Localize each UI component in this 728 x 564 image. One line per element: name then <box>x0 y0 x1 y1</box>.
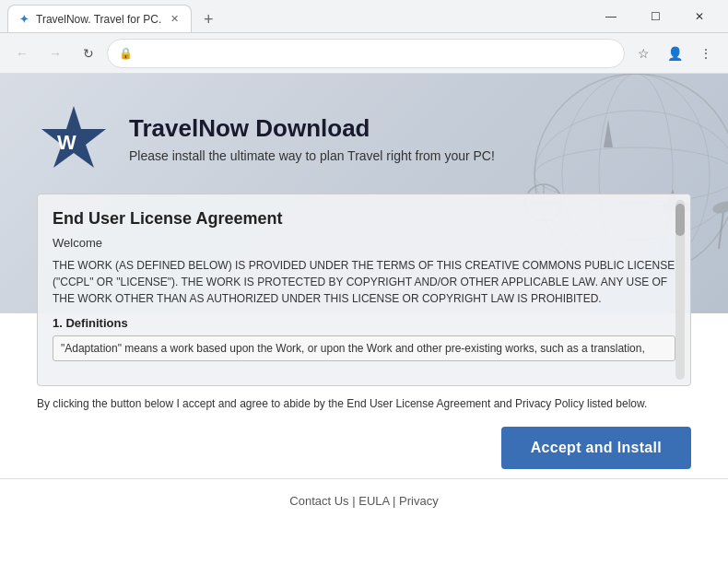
menu-button[interactable]: ⋮ <box>691 39 721 68</box>
eula-scrollbar-thumb[interactable] <box>675 204 685 236</box>
close-window-button[interactable]: ✕ <box>678 3 721 30</box>
tab-close-button[interactable]: ✕ <box>167 12 182 27</box>
eula-container: End User License Agreement Welcome THE W… <box>37 194 691 386</box>
maximize-button[interactable]: ☐ <box>634 3 676 30</box>
navigation-bar: ← → ↻ 🔒 ☆ 👤 ⋮ <box>0 33 728 74</box>
consent-text: By clicking the button below I accept an… <box>37 395 691 412</box>
profile-button[interactable]: 👤 <box>660 39 689 68</box>
active-tab[interactable]: ✦ TravelNow. Travel for PC. ✕ <box>7 5 192 32</box>
page-footer: Contact Us | EULA | Privacy <box>0 478 728 523</box>
page-subtitle: Please install the ultimate way to plan … <box>129 148 495 163</box>
address-bar[interactable]: 🔒 <box>107 39 625 68</box>
title-bar: ✦ TravelNow. Travel for PC. ✕ + — ☐ ✕ <box>0 0 728 33</box>
eula-definition-text: "Adaptation" means a work based upon the… <box>53 335 675 361</box>
logo: W <box>37 101 111 175</box>
eula-welcome: Welcome <box>53 236 675 250</box>
tab-area: ✦ TravelNow. Travel for PC. ✕ + <box>7 0 590 32</box>
page-background: W TravelNow Download Please install the … <box>0 74 728 564</box>
svg-point-13 <box>711 199 728 216</box>
eula-body-text: THE WORK (AS DEFINED BELOW) IS PROVIDED … <box>53 257 675 307</box>
eula-section-title: 1. Definitions <box>53 316 675 330</box>
tab-favicon: ✦ <box>18 13 30 26</box>
window-controls: — ☐ ✕ <box>590 3 721 30</box>
lock-icon: 🔒 <box>119 47 133 60</box>
nav-actions: ☆ 👤 ⋮ <box>628 39 721 68</box>
bookmark-button[interactable]: ☆ <box>628 39 658 68</box>
new-tab-button[interactable]: + <box>195 6 221 32</box>
page-title: TravelNow Download <box>129 114 495 143</box>
browser-content: W TravelNow Download Please install the … <box>0 74 728 564</box>
page-header: W TravelNow Download Please install the … <box>0 74 728 194</box>
footer-links: Contact Us | EULA | Privacy <box>289 494 438 508</box>
refresh-button[interactable]: ↻ <box>74 39 103 68</box>
accept-install-button[interactable]: Accept and Install <box>501 427 691 469</box>
tab-title: TravelNow. Travel for PC. <box>36 13 161 26</box>
header-text: TravelNow Download Please install the ul… <box>129 114 495 163</box>
minimize-button[interactable]: — <box>590 3 632 30</box>
forward-button[interactable]: → <box>41 39 70 68</box>
svg-line-12 <box>719 212 723 249</box>
back-button[interactable]: ← <box>7 39 37 68</box>
accept-button-area: Accept and Install <box>37 427 691 469</box>
eula-scrollbar-track[interactable] <box>675 200 685 380</box>
eula-title: End User License Agreement <box>53 209 675 229</box>
svg-text:W: W <box>57 131 76 154</box>
